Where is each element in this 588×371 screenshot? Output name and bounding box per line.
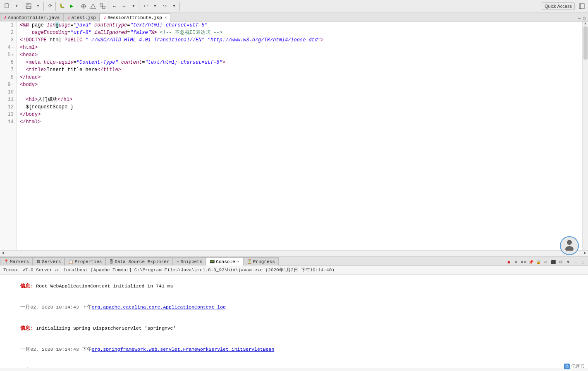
clear-button[interactable]: ✕✕ xyxy=(520,259,527,265)
bottom-tab-progress[interactable]: ⏳ Progress xyxy=(243,257,279,266)
console-line-2: 信息: Initializing Spring DispatcherServle… xyxy=(3,318,585,339)
redo-button[interactable]: ↪ xyxy=(160,2,169,11)
linenum-4: 4 xyxy=(0,44,16,51)
editor-tab-bar: J AnnoController.java J atest.jsp J Sess… xyxy=(0,12,588,22)
tab-atest[interactable]: J atest.jsp xyxy=(63,13,99,22)
snippets-label: Snippets xyxy=(181,259,203,264)
panel-minimize-button[interactable]: ─ xyxy=(572,259,579,265)
bottom-tab-servers[interactable]: 🖥 Servers xyxy=(33,257,65,266)
refresh-button[interactable]: ⟳ xyxy=(45,2,55,11)
toolbar-group-2: ▼ xyxy=(23,2,44,11)
avatar-icon xyxy=(563,238,576,254)
tab-maximize-button[interactable]: □ xyxy=(582,17,586,21)
stop-server-button[interactable]: ■ xyxy=(505,259,512,265)
linenum-1: 1 xyxy=(0,22,16,29)
svg-rect-0 xyxy=(5,4,8,8)
tool1-button[interactable] xyxy=(79,2,88,11)
linenum-5: 5 xyxy=(0,51,16,59)
tool2-button[interactable] xyxy=(88,2,98,11)
markers-label: Markers xyxy=(10,259,29,264)
bottom-tab-properties[interactable]: 📋 Properties xyxy=(65,257,105,266)
line-numbers: 1 2 3 4 5 6 7 8 9 10 11 12 13 14 xyxy=(0,22,17,250)
scroll-lock-button[interactable]: 🔒 xyxy=(535,259,542,265)
watermark: 亿 亿速云 xyxy=(564,363,585,369)
vscroll-thumb[interactable] xyxy=(583,26,588,60)
code-line-14: </html> xyxy=(17,118,582,126)
code-line-12: ${requestScope } xyxy=(17,103,582,111)
properties-icon: 📋 xyxy=(68,259,73,264)
hscroll-right-button[interactable]: ▶ xyxy=(582,251,588,256)
new-dropdown-button[interactable]: ▼ xyxy=(12,2,21,11)
perspective-button[interactable] xyxy=(577,2,586,11)
hscroll-track xyxy=(6,251,582,256)
bottom-tab-snippets[interactable]: ✂ Snippets xyxy=(173,257,206,266)
console-label: Console xyxy=(216,259,235,264)
tool3-button[interactable] xyxy=(98,2,107,11)
undo-button[interactable]: ↩ xyxy=(141,2,150,11)
console-close-button[interactable]: ✕ xyxy=(237,259,239,264)
panel-maximize-button[interactable]: □ xyxy=(580,259,586,265)
arrow-dropdown-button[interactable]: ▼ xyxy=(129,2,138,11)
debug-button[interactable]: 🐛 xyxy=(57,2,67,11)
bottom-tab-console[interactable]: 📟 Console ✕ xyxy=(206,257,243,266)
console-settings-button[interactable]: ⚙ xyxy=(557,259,564,265)
bottom-tab-markers[interactable]: 📍 Markers xyxy=(0,257,33,266)
save-button[interactable] xyxy=(24,2,33,11)
vscroll-up-button[interactable]: ▲ xyxy=(583,22,588,25)
new-file-button[interactable] xyxy=(2,2,12,11)
svg-rect-9 xyxy=(103,6,105,9)
undo-dropdown-button[interactable]: ▼ xyxy=(151,2,160,11)
bottom-tab-controls: ■ ✕ ✕✕ 📌 🔒 ↵ ⬛ ⚙ ▼ ─ □ xyxy=(505,259,588,265)
code-content[interactable]: <%@ page language="java" contentType="te… xyxy=(17,22,582,250)
log-link-1[interactable]: org.apache.catalina.core.ApplicationCont… xyxy=(92,304,226,310)
code-line-2: pageEncoding="utf-8" isELIgnored="false"… xyxy=(17,29,582,36)
tab-session[interactable]: J SessionAttribute.jsp ✕ xyxy=(100,13,170,22)
code-line-3: <!DOCTYPE html PUBLIC "-//W3C//DTD HTML … xyxy=(17,36,582,44)
linenum-2: 2 xyxy=(0,29,16,36)
console-line-0: 信息: Root WebApplicationContext initializ… xyxy=(3,275,585,297)
console-server-title: Tomcat v7.0 Server at localhost [Apache … xyxy=(3,268,335,273)
toolbar-group-5 xyxy=(78,2,108,11)
tab-anno[interactable]: J AnnoController.java xyxy=(0,13,63,22)
datasource-label: Data Source Explorer xyxy=(115,259,169,264)
console-close2-button[interactable]: ✕ xyxy=(513,259,519,265)
save-dropdown-button[interactable]: ▼ xyxy=(33,2,43,11)
servers-label: Servers xyxy=(42,259,61,264)
linenum-14: 14 xyxy=(0,118,16,126)
snippets-icon: ✂ xyxy=(177,259,179,264)
code-line-4: <html> xyxy=(17,44,582,51)
word-wrap-button[interactable]: ↵ xyxy=(543,259,549,265)
code-line-8: </head> xyxy=(17,74,582,81)
editor-area: 1 2 3 4 5 6 7 8 9 10 11 12 13 14 <%@ pag… xyxy=(0,22,588,250)
code-line-9: <body> xyxy=(17,81,582,89)
arrow-right-button[interactable]: → xyxy=(120,2,129,11)
linenum-10: 10 xyxy=(0,89,16,96)
svg-rect-2 xyxy=(27,4,29,5)
terminal-button[interactable]: ⬛ xyxy=(550,259,557,265)
editor-hscrollbar[interactable]: ◀ ▶ xyxy=(0,250,588,256)
view-dropdown-button[interactable]: ▼ xyxy=(565,259,571,265)
console-icon: 📟 xyxy=(210,259,215,264)
linenum-13: 13 xyxy=(0,111,16,118)
redo-dropdown-button[interactable]: ▼ xyxy=(170,2,179,11)
tab-controls: ─ □ xyxy=(577,17,588,21)
bottom-tab-datasource[interactable]: 🗄 Data Source Explorer xyxy=(105,257,173,266)
log-link-2[interactable]: org.springframework.web.servlet.Framewor… xyxy=(92,347,275,352)
svg-rect-3 xyxy=(27,6,30,8)
tab-atest-label: atest.jsp xyxy=(71,15,96,20)
tab-minimize-button[interactable]: ─ xyxy=(577,17,581,21)
linenum-11: 11 xyxy=(0,96,16,103)
linenum-6: 6 xyxy=(0,59,16,66)
tab-session-close[interactable]: ✕ xyxy=(165,15,167,20)
code-line-10 xyxy=(17,89,582,96)
svg-point-13 xyxy=(565,246,574,251)
pin-button[interactable]: 📌 xyxy=(528,259,534,265)
user-avatar[interactable] xyxy=(560,236,579,255)
linenum-3: 3 xyxy=(0,36,16,44)
editor-vscrollbar[interactable]: ▲ xyxy=(582,22,588,250)
quick-access-button[interactable]: Quick Access xyxy=(542,2,575,10)
arrow-left-button[interactable]: ← xyxy=(110,2,119,11)
run-button[interactable]: ▶ xyxy=(67,2,76,11)
hscroll-left-button[interactable]: ◀ xyxy=(0,251,6,256)
code-line-1: <%@ page language="java" contentType="te… xyxy=(17,22,582,29)
